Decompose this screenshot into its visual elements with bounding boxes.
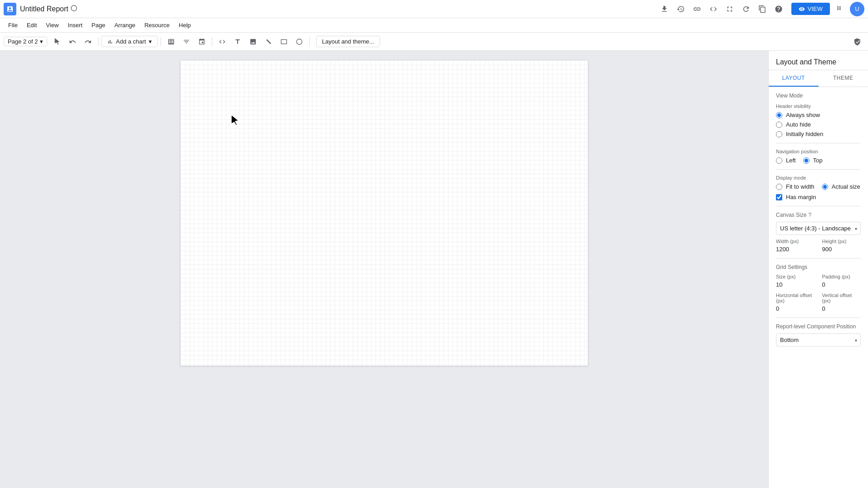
- refresh-btn[interactable]: [739, 2, 753, 16]
- embed-code-btn[interactable]: [215, 34, 229, 49]
- menu-view[interactable]: View: [41, 20, 63, 30]
- radio-top-input[interactable]: [803, 157, 809, 164]
- unsaved-icon: [70, 5, 78, 13]
- menu-resource[interactable]: Resource: [140, 20, 174, 30]
- h-offset-label: Horizontal offset (px): [776, 293, 815, 303]
- grid-size-value: 10: [776, 281, 815, 288]
- link-btn[interactable]: [690, 2, 704, 16]
- grid-size-col: Size (px) 10: [776, 274, 815, 288]
- radio-actual-size-input[interactable]: [822, 184, 828, 190]
- divider-display: [776, 206, 861, 206]
- menu-page[interactable]: Page: [87, 20, 110, 30]
- component-position-select-wrapper: Bottom: [776, 333, 861, 346]
- radio-initially-hidden[interactable]: Initially hidden: [776, 131, 861, 137]
- add-filter-btn[interactable]: [179, 34, 194, 49]
- canvas-width-label: Width (px): [776, 239, 815, 244]
- select-tool[interactable]: [50, 34, 64, 49]
- divider-header: [776, 143, 861, 143]
- divider-grid: [776, 317, 861, 318]
- nav-position-label: Navigation position: [776, 149, 861, 154]
- history-btn[interactable]: [673, 2, 688, 16]
- text-btn[interactable]: [230, 34, 245, 49]
- has-margin-label: Has margin: [786, 194, 816, 200]
- menu-arrange[interactable]: Arrange: [110, 20, 140, 30]
- add-table-btn[interactable]: [164, 34, 178, 49]
- rectangle-btn[interactable]: [277, 34, 291, 49]
- line-btn[interactable]: [261, 34, 276, 49]
- divider-3: [212, 37, 212, 46]
- share-btn[interactable]: [850, 34, 864, 49]
- grid-padding-label: Padding (px): [822, 274, 861, 279]
- canvas-size-select-wrapper: US letter (4:3) - Landscape: [776, 222, 861, 235]
- tab-theme[interactable]: THEME: [819, 70, 868, 87]
- radio-top-label: Top: [813, 157, 823, 164]
- canvas-size-select[interactable]: US letter (4:3) - Landscape: [776, 222, 861, 235]
- radio-fit-width-label: Fit to width: [786, 183, 814, 190]
- canvas-dimensions: Width (px) 1200 Height (px) 900: [776, 239, 861, 253]
- download-btn[interactable]: [657, 2, 672, 16]
- add-date-btn[interactable]: [195, 34, 209, 49]
- radio-left-input[interactable]: [776, 157, 782, 164]
- user-avatar[interactable]: U: [850, 2, 864, 16]
- radio-left[interactable]: Left: [776, 157, 796, 164]
- help-btn[interactable]: [771, 2, 786, 16]
- menu-file[interactable]: File: [4, 20, 22, 30]
- has-margin-checkbox[interactable]: [776, 194, 782, 200]
- circle-btn[interactable]: [292, 34, 307, 49]
- display-mode-label: Display mode: [776, 175, 861, 181]
- radio-always-show[interactable]: Always show: [776, 112, 861, 118]
- component-position-select[interactable]: Bottom: [776, 333, 861, 346]
- menu-help[interactable]: Help: [174, 20, 195, 30]
- canvas-size-help-icon: ?: [808, 212, 811, 218]
- fullscreen-btn[interactable]: [722, 2, 737, 16]
- radio-always-show-input[interactable]: [776, 112, 782, 118]
- canvas-size-title: Canvas Size: [776, 212, 806, 218]
- display-mode-group: Fit to width Actual size: [776, 183, 861, 190]
- radio-actual-size[interactable]: Actual size: [822, 183, 860, 190]
- report-canvas[interactable]: [180, 60, 588, 366]
- v-offset-label: Vertical offset (px): [822, 293, 861, 303]
- toolbar: Page 2 of 2 ▾ Add a chart ▾: [0, 33, 868, 51]
- page-selector[interactable]: Page 2 of 2 ▾: [4, 37, 47, 46]
- radio-top[interactable]: Top: [803, 157, 823, 164]
- menu-edit[interactable]: Edit: [22, 20, 41, 30]
- add-chart-btn[interactable]: Add a chart ▾: [101, 36, 158, 47]
- canvas-height-label: Height (px): [822, 239, 861, 244]
- canvas-area[interactable]: [0, 51, 768, 488]
- tab-layout[interactable]: LAYOUT: [769, 70, 819, 87]
- h-offset-col: Horizontal offset (px) 0: [776, 293, 815, 312]
- canvas-width-value: 1200: [776, 246, 815, 253]
- main-area: Layout and Theme LAYOUT THEME View Mode …: [0, 51, 868, 488]
- undo-btn[interactable]: [65, 34, 80, 49]
- has-margin-row[interactable]: Has margin: [776, 194, 861, 200]
- app-icon: [4, 3, 16, 15]
- divider-1: [98, 37, 98, 46]
- grid-padding-col: Padding (px) 0: [822, 274, 861, 288]
- cursor-icon: [229, 115, 240, 127]
- divider-nav: [776, 169, 861, 170]
- v-offset-value: 0: [822, 305, 861, 312]
- copy-btn[interactable]: [755, 2, 770, 16]
- image-btn[interactable]: [246, 34, 260, 49]
- radio-actual-size-label: Actual size: [832, 183, 860, 190]
- radio-fit-width-input[interactable]: [776, 184, 782, 190]
- add-chart-label: Add a chart: [116, 38, 146, 45]
- grid-size-label: Size (px): [776, 274, 815, 279]
- apps-grid-btn[interactable]: [832, 2, 846, 16]
- radio-auto-hide-input[interactable]: [776, 122, 782, 128]
- layout-theme-btn[interactable]: Layout and theme...: [316, 36, 380, 47]
- embed-btn[interactable]: [706, 2, 721, 16]
- panel-tabs: LAYOUT THEME: [769, 70, 868, 87]
- right-panel: Layout and Theme LAYOUT THEME View Mode …: [768, 51, 868, 488]
- nav-position-group: Left Top: [776, 157, 861, 164]
- redo-btn[interactable]: [81, 34, 95, 49]
- component-position-title: Report-level Component Position: [776, 323, 861, 330]
- radio-fit-width[interactable]: Fit to width: [776, 183, 814, 190]
- radio-initially-hidden-label: Initially hidden: [786, 131, 823, 137]
- menu-insert[interactable]: Insert: [63, 20, 87, 30]
- radio-auto-hide[interactable]: Auto hide: [776, 121, 861, 128]
- view-mode-title: View Mode: [776, 93, 861, 99]
- view-button[interactable]: VIEW: [791, 3, 830, 15]
- radio-initially-hidden-input[interactable]: [776, 131, 782, 137]
- h-offset-value: 0: [776, 305, 815, 312]
